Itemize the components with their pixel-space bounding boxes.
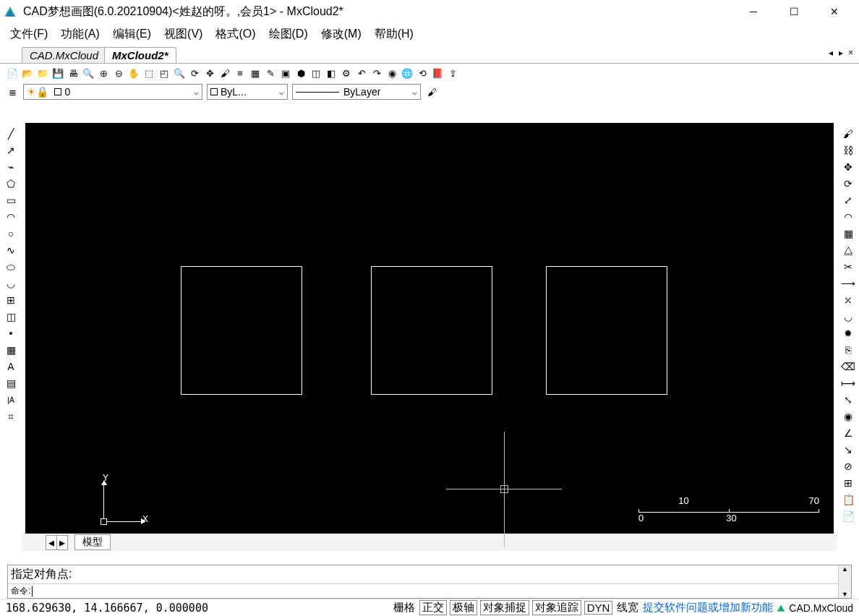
tool2-icon[interactable]: ◫ <box>309 67 322 80</box>
menu-view[interactable]: 视图(V) <box>161 25 205 43</box>
status-osnap[interactable]: 对象捕捉 <box>480 600 529 615</box>
layers-icon[interactable]: ≡ <box>234 67 247 80</box>
status-ortho[interactable]: 正交 <box>419 600 447 615</box>
folder-icon[interactable]: 📁 <box>36 67 49 80</box>
export-icon[interactable]: ⇪ <box>446 67 459 80</box>
feedback-link[interactable]: 提交软件问题或增加新功能 <box>643 601 773 615</box>
text-single-icon[interactable]: A <box>3 359 19 375</box>
mtext-icon[interactable]: |A <box>3 392 19 408</box>
linetype-brush-icon[interactable]: 🖌 <box>425 85 438 98</box>
clipboard-icon[interactable]: 📋 <box>840 492 856 508</box>
doc-tab-1[interactable]: CAD.MxCloud <box>22 47 106 63</box>
block-icon[interactable]: ▣ <box>279 67 292 80</box>
regen-icon[interactable]: ⟳ <box>188 67 201 80</box>
minimize-button[interactable]: ─ <box>740 1 766 22</box>
status-otrack[interactable]: 对象追踪 <box>532 600 581 615</box>
link-icon[interactable]: ⛓ <box>840 142 856 158</box>
layout-prev-icon[interactable]: ◂ <box>46 535 57 550</box>
array-icon[interactable]: ▦ <box>840 226 856 241</box>
layout-next-icon[interactable]: ▸ <box>56 535 68 550</box>
brush2-icon[interactable]: 🖌 <box>840 126 856 142</box>
dim-radius-icon[interactable]: ◉ <box>840 408 856 424</box>
menu-help[interactable]: 帮助(H) <box>372 25 416 43</box>
rotate-icon[interactable]: ⟳ <box>840 176 856 192</box>
tool5-icon[interactable]: ◉ <box>385 67 398 80</box>
trim-icon[interactable]: ✂ <box>840 259 856 275</box>
point-icon[interactable]: • <box>3 325 19 341</box>
explode-icon[interactable]: ✸ <box>840 325 856 341</box>
zoom-extents-icon[interactable]: ◰ <box>158 67 171 80</box>
menu-file[interactable]: 文件(F) <box>7 25 51 43</box>
command-input[interactable]: 命令: <box>8 584 851 598</box>
xline-icon[interactable]: ↗ <box>3 142 19 158</box>
save-icon[interactable]: 💾 <box>51 67 64 80</box>
arc-icon[interactable]: ◠ <box>3 209 19 225</box>
doc-tab-2[interactable]: MxCloud2* <box>104 47 176 63</box>
tool3-icon[interactable]: ◧ <box>325 67 338 80</box>
zoom-window-icon[interactable]: ⬚ <box>142 67 155 80</box>
erase-icon[interactable]: ⌫ <box>840 359 856 375</box>
zoom-in-icon[interactable]: ⊕ <box>97 67 110 80</box>
model-tab[interactable]: 模型 <box>74 534 111 550</box>
menu-edit[interactable]: 编辑(E) <box>110 25 154 43</box>
menu-format[interactable]: 格式(O) <box>213 25 258 43</box>
status-lwt[interactable]: 线宽 <box>615 601 640 615</box>
close-button[interactable]: ✕ <box>821 1 847 22</box>
redo-icon[interactable]: ↷ <box>370 67 383 80</box>
web-icon[interactable]: 🌐 <box>401 67 414 80</box>
brush-icon[interactable]: 🖌 <box>218 67 231 80</box>
pan-icon[interactable]: ✋ <box>127 67 140 80</box>
undo-icon[interactable]: ↶ <box>355 67 368 80</box>
ellipse-icon[interactable]: ⬭ <box>3 259 19 275</box>
hatch-icon[interactable]: ▦ <box>249 67 262 80</box>
dim-linear-icon[interactable]: ⟼ <box>840 375 856 391</box>
dim-dia-icon[interactable]: ⊘ <box>840 458 856 474</box>
pdf-icon[interactable]: 📕 <box>431 67 444 80</box>
break-icon[interactable]: ⤫ <box>840 292 856 308</box>
menu-modify[interactable]: 修改(M) <box>318 25 364 43</box>
insert-icon[interactable]: ⊞ <box>3 292 19 308</box>
zoom-prev-icon[interactable]: 🔍 <box>173 67 186 80</box>
print-icon[interactable]: 🖶 <box>67 67 80 80</box>
status-dyn[interactable]: DYN <box>584 601 613 615</box>
new-icon[interactable]: 📄 <box>6 67 19 80</box>
polyline-icon[interactable]: ⌁ <box>3 159 19 175</box>
paste-icon[interactable]: 📄 <box>840 508 856 524</box>
command-scrollbar[interactable]: ▲▼ <box>838 565 851 598</box>
refresh-icon[interactable]: ⟲ <box>416 67 429 80</box>
color-dropdown[interactable]: ByL... <box>207 84 288 100</box>
menu-function[interactable]: 功能(A) <box>58 25 102 43</box>
leader-icon[interactable]: ↘ <box>840 442 856 458</box>
offset-icon[interactable]: ◠ <box>840 209 856 225</box>
tab-nav-buttons[interactable]: ◂ ▸ × <box>829 48 855 58</box>
open-icon[interactable]: 📂 <box>21 67 34 80</box>
status-grid[interactable]: 栅格 <box>392 601 416 615</box>
block-make-icon[interactable]: ◫ <box>3 309 19 325</box>
tool4-icon[interactable]: ⚙ <box>340 67 353 80</box>
move2-icon[interactable]: ✥ <box>840 159 856 175</box>
zoom-out-icon[interactable]: ⊖ <box>112 67 125 80</box>
ellipse-arc-icon[interactable]: ◡ <box>3 275 19 291</box>
rectangle-icon[interactable]: ▭ <box>3 192 19 208</box>
spline-icon[interactable]: ∿ <box>3 242 19 258</box>
status-polar[interactable]: 极轴 <box>450 600 477 615</box>
mirror-icon[interactable]: ⧋ <box>840 242 856 258</box>
layer-dropdown[interactable]: ☀🔒 0 <box>23 84 202 100</box>
dim-align-icon[interactable]: ⤡ <box>840 392 856 408</box>
drawing-canvas[interactable]: Y X 1070 030 <box>25 123 834 534</box>
dim-angle-icon[interactable]: ∠ <box>840 425 856 441</box>
hatch2-icon[interactable]: ▦ <box>3 342 19 358</box>
fillet-icon[interactable]: ◡ <box>840 309 856 325</box>
circle-icon[interactable]: ○ <box>3 226 19 241</box>
copy-icon[interactable]: ⎘ <box>840 342 856 358</box>
region-icon[interactable]: ⌗ <box>3 408 19 424</box>
tolerance-icon[interactable]: ⊞ <box>840 475 856 491</box>
polygon-icon[interactable]: ⬠ <box>3 176 19 192</box>
extend-icon[interactable]: ⟶ <box>840 275 856 291</box>
maximize-button[interactable]: ☐ <box>781 1 807 22</box>
line-icon[interactable]: ╱ <box>3 126 19 142</box>
move-icon[interactable]: ✥ <box>203 67 216 80</box>
layer-manager-icon[interactable]: ≣ <box>6 85 19 98</box>
menu-draw[interactable]: 绘图(D) <box>266 25 311 43</box>
linetype-dropdown[interactable]: ByLayer <box>292 84 421 100</box>
